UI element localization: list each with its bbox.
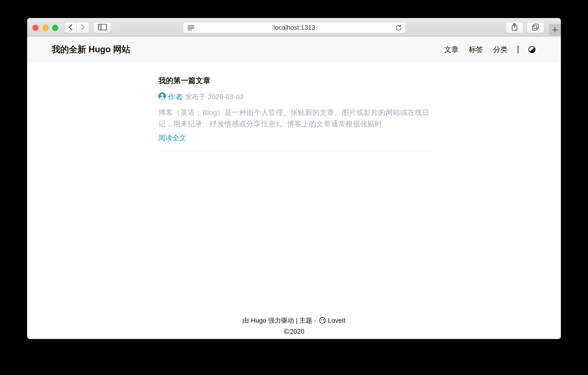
browser-toolbar: localhost:1313 — [27, 18, 561, 36]
nav-item-categories[interactable]: 分类 — [493, 45, 508, 54]
site-header: 我的全新 Hugo 网站 文章 标签 分类 — [27, 36, 561, 63]
browser-window: localhost:1313 — [27, 18, 561, 339]
url-text: localhost:1313 — [273, 24, 315, 32]
post-list: 我的第一篇文章 作者 发布于 2020-03-03 博客（英语：Blog）是一种… — [158, 76, 430, 151]
copyright-icon: © — [284, 327, 289, 336]
traffic-light-close-button[interactable] — [32, 25, 39, 31]
copyright-year: 2020 — [290, 328, 304, 335]
post-title-link[interactable]: 我的第一篇文章 — [158, 76, 430, 86]
traffic-light-zoom-button[interactable] — [52, 25, 58, 31]
post-summary: 博客（英语：Blog）是一种由个人管理、张贴新的文章、图片或影片的网站或在线日记… — [158, 107, 430, 129]
nav-item-posts[interactable]: 文章 — [444, 45, 459, 54]
site-nav: 文章 标签 分类 — [444, 45, 536, 54]
traffic-light-minimize-button[interactable] — [42, 25, 49, 31]
sidebar-button[interactable] — [94, 22, 111, 33]
theme-toggle-icon[interactable] — [528, 46, 536, 53]
new-tab-button[interactable]: + — [549, 24, 561, 36]
share-button[interactable] — [506, 22, 523, 33]
post-divider — [158, 151, 430, 151]
theme-link[interactable]: LoveIt — [328, 317, 346, 324]
site-footer: 由 Hugo 强力驱动 | 主题 - LoveIt ©2020 — [27, 315, 561, 337]
nav-divider — [518, 46, 518, 53]
plus-icon: + — [552, 24, 558, 35]
back-button[interactable] — [64, 22, 77, 33]
post-meta: 作者 发布于 2020-03-03 — [158, 92, 430, 102]
author-link[interactable]: 作者 — [168, 92, 183, 102]
reader-view-icon[interactable] — [187, 24, 195, 32]
share-icon — [511, 22, 519, 33]
publish-date: 发布于 2020-03-03 — [185, 92, 243, 102]
chevron-right-icon — [79, 23, 86, 32]
show-all-tabs-button[interactable] — [527, 22, 544, 33]
forward-button[interactable] — [77, 22, 89, 33]
loveit-kiss-icon — [318, 317, 328, 324]
chevron-left-icon — [67, 23, 74, 32]
nav-item-tags[interactable]: 标签 — [469, 45, 483, 54]
sidebar-icon — [98, 23, 107, 32]
read-more-link[interactable]: 阅读全文 — [158, 133, 186, 143]
author-avatar-icon — [158, 92, 166, 102]
site-title-link[interactable]: 我的全新 Hugo 网站 — [52, 44, 130, 55]
address-bar[interactable]: localhost:1313 — [183, 22, 406, 33]
footer-powered-text: 由 Hugo 强力驱动 | 主题 - — [242, 317, 318, 324]
reload-button[interactable] — [395, 24, 402, 33]
tabs-icon — [531, 23, 540, 32]
